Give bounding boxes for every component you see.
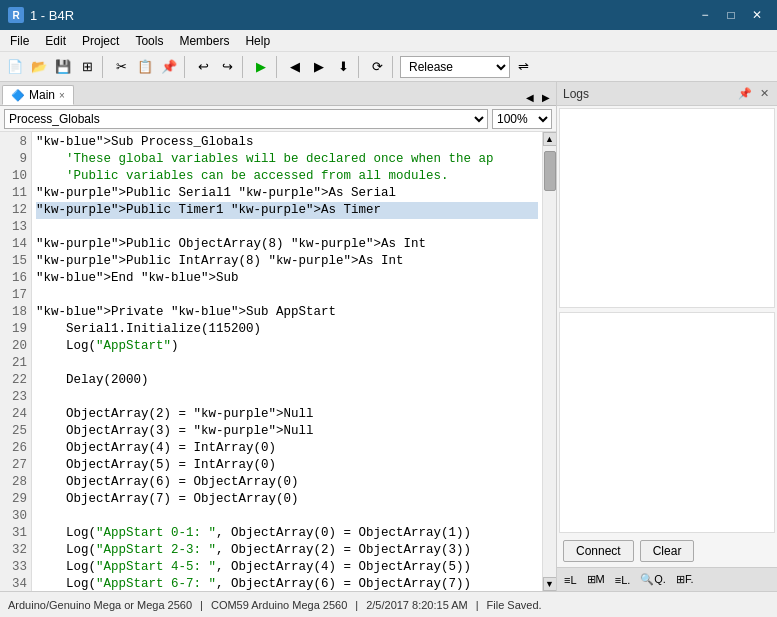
main-area: 🔷 Main × ◀ ▶ Process_Globals 100% 75% 12…: [0, 82, 777, 591]
logs-close-button[interactable]: ✕: [758, 87, 771, 100]
scroll-up-button[interactable]: ▲: [543, 132, 557, 146]
undo-button[interactable]: ↩: [192, 56, 214, 78]
code-line-22[interactable]: Delay(2000): [36, 372, 538, 389]
code-line-14[interactable]: "kw-purple">Public ObjectArray(8) "kw-pu…: [36, 236, 538, 253]
code-line-8[interactable]: "kw-blue">Sub Process_Globals: [36, 134, 538, 151]
logs-header: Logs 📌 ✕: [557, 82, 777, 106]
code-line-33[interactable]: Log("AppStart 4-5: ", ObjectArray(4) = O…: [36, 559, 538, 576]
code-line-27[interactable]: ObjectArray(5) = IntArray(0): [36, 457, 538, 474]
tab-prev-button[interactable]: ◀: [522, 89, 538, 105]
code-line-11[interactable]: "kw-purple">Public Serial1 "kw-purple">A…: [36, 185, 538, 202]
code-area: 8910111213141516171819202122232425262728…: [0, 132, 556, 591]
logs-tb-btn-3[interactable]: ≡L.: [612, 573, 634, 587]
code-line-15[interactable]: "kw-purple">Public IntArray(8) "kw-purpl…: [36, 253, 538, 270]
zoom-dropdown[interactable]: 100% 75% 125% 150%: [492, 109, 552, 129]
extra-btn[interactable]: ⇌: [512, 56, 534, 78]
stop-button[interactable]: ⟳: [366, 56, 388, 78]
code-line-24[interactable]: ObjectArray(2) = "kw-purple">Null: [36, 406, 538, 423]
code-line-16[interactable]: "kw-blue">End "kw-blue">Sub: [36, 270, 538, 287]
code-line-19[interactable]: Serial1.Initialize(115200): [36, 321, 538, 338]
code-line-21[interactable]: [36, 355, 538, 372]
status-sep-2: |: [355, 599, 358, 611]
scroll-thumb[interactable]: [544, 151, 556, 191]
status-board: Arduino/Genuino Mega or Mega 2560: [8, 599, 192, 611]
step-forward-button[interactable]: ▶: [308, 56, 330, 78]
editor-scrollbar[interactable]: ▲ ▼: [542, 132, 556, 591]
tab-next-button[interactable]: ▶: [538, 89, 554, 105]
logs-pane: Logs 📌 ✕ Connect Clear ≡L ⊞M ≡L. 🔍Q. ⊞F.: [557, 82, 777, 591]
line-numbers: 8910111213141516171819202122232425262728…: [0, 132, 32, 591]
title-bar-left: R 1 - B4R: [8, 7, 74, 23]
tab-main[interactable]: 🔷 Main ×: [2, 85, 74, 105]
logs-pin-button[interactable]: 📌: [736, 87, 754, 100]
copy-button[interactable]: 📋: [134, 56, 156, 78]
menu-members[interactable]: Members: [171, 30, 237, 52]
grid-button[interactable]: ⊞: [76, 56, 98, 78]
logs-bottom-area: [559, 312, 775, 533]
code-line-18[interactable]: "kw-blue">Private "kw-blue">Sub AppStart: [36, 304, 538, 321]
code-line-29[interactable]: ObjectArray(7) = ObjectArray(0): [36, 491, 538, 508]
menu-help[interactable]: Help: [237, 30, 278, 52]
editor-sub-toolbar: Process_Globals 100% 75% 125% 150%: [0, 106, 556, 132]
code-line-30[interactable]: [36, 508, 538, 525]
tab-icon: 🔷: [11, 89, 25, 102]
toolbar-sep-2: [184, 56, 188, 78]
release-select[interactable]: Release Debug: [400, 56, 510, 78]
code-line-34[interactable]: Log("AppStart 6-7: ", ObjectArray(6) = O…: [36, 576, 538, 591]
status-saved: File Saved.: [487, 599, 542, 611]
scroll-track: [543, 146, 557, 577]
code-line-32[interactable]: Log("AppStart 2-3: ", ObjectArray(2) = O…: [36, 542, 538, 559]
clear-button[interactable]: Clear: [640, 540, 695, 562]
code-line-28[interactable]: ObjectArray(6) = ObjectArray(0): [36, 474, 538, 491]
app-icon: R: [8, 7, 24, 23]
cut-button[interactable]: ✂: [110, 56, 132, 78]
run-button[interactable]: ▶: [250, 56, 272, 78]
code-line-13[interactable]: [36, 219, 538, 236]
logs-top-area: [559, 108, 775, 308]
step-back-button[interactable]: ◀: [284, 56, 306, 78]
code-line-31[interactable]: Log("AppStart 0-1: ", ObjectArray(0) = O…: [36, 525, 538, 542]
code-content[interactable]: "kw-blue">Sub Process_Globals 'These glo…: [32, 132, 542, 591]
connect-button[interactable]: Connect: [563, 540, 634, 562]
tab-bar: 🔷 Main × ◀ ▶: [0, 82, 556, 106]
status-datetime: 2/5/2017 8:20:15 AM: [366, 599, 468, 611]
process-dropdown[interactable]: Process_Globals: [4, 109, 488, 129]
close-button[interactable]: ✕: [745, 5, 769, 25]
code-line-17[interactable]: [36, 287, 538, 304]
menu-edit[interactable]: Edit: [37, 30, 74, 52]
logs-tb-btn-4[interactable]: 🔍Q.: [637, 572, 669, 587]
logs-header-controls: 📌 ✕: [736, 87, 771, 100]
save-button[interactable]: 💾: [52, 56, 74, 78]
window-controls: − □ ✕: [693, 5, 769, 25]
new-button[interactable]: 📄: [4, 56, 26, 78]
paste-button[interactable]: 📌: [158, 56, 180, 78]
logs-tb-btn-1[interactable]: ≡L: [561, 573, 580, 587]
maximize-button[interactable]: □: [719, 5, 743, 25]
logs-tb-btn-2[interactable]: ⊞M: [584, 572, 608, 587]
code-line-23[interactable]: [36, 389, 538, 406]
logs-bottom-toolbar: ≡L ⊞M ≡L. 🔍Q. ⊞F.: [557, 567, 777, 591]
code-line-10[interactable]: 'Public variables can be accessed from a…: [36, 168, 538, 185]
code-line-12[interactable]: "kw-purple">Public Timer1 "kw-purple">As…: [36, 202, 538, 219]
status-bar: Arduino/Genuino Mega or Mega 2560 | COM5…: [0, 591, 777, 617]
code-line-25[interactable]: ObjectArray(3) = "kw-purple">Null: [36, 423, 538, 440]
step-in-button[interactable]: ⬇: [332, 56, 354, 78]
code-line-9[interactable]: 'These global variables will be declared…: [36, 151, 538, 168]
menu-project[interactable]: Project: [74, 30, 127, 52]
toolbar-sep-4: [276, 56, 280, 78]
logs-tb-btn-5[interactable]: ⊞F.: [673, 572, 697, 587]
menu-tools[interactable]: Tools: [127, 30, 171, 52]
toolbar-sep-5: [358, 56, 362, 78]
tab-close-button[interactable]: ×: [59, 90, 65, 101]
minimize-button[interactable]: −: [693, 5, 717, 25]
toolbar-sep-1: [102, 56, 106, 78]
menu-bar: File Edit Project Tools Members Help: [0, 30, 777, 52]
app-title: 1 - B4R: [30, 8, 74, 23]
open-button[interactable]: 📂: [28, 56, 50, 78]
scroll-down-button[interactable]: ▼: [543, 577, 557, 591]
redo-button[interactable]: ↪: [216, 56, 238, 78]
code-line-20[interactable]: Log("AppStart"): [36, 338, 538, 355]
menu-file[interactable]: File: [2, 30, 37, 52]
code-line-26[interactable]: ObjectArray(4) = IntArray(0): [36, 440, 538, 457]
logs-title: Logs: [563, 87, 589, 101]
